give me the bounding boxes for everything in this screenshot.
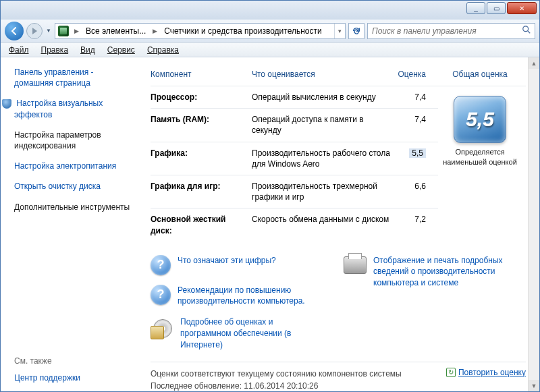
titlebar: _ ▭ ✕ — [1, 1, 539, 20]
body: Панель управления - домашняя страница На… — [1, 57, 539, 391]
footer-line-2: Последнее обновление: 11.06.2014 20:10:2… — [151, 380, 402, 391]
arrow-left-icon — [9, 26, 19, 36]
row-label: Память (RAM): — [151, 109, 252, 142]
row-score: 7,2 — [398, 208, 438, 242]
nav-back-button[interactable] — [5, 22, 24, 40]
help-item-print: Отображение и печать подробных сведений … — [344, 255, 519, 289]
menu-file[interactable]: Файл — [3, 44, 34, 56]
menu-edit[interactable]: Правка — [36, 44, 74, 56]
scrollbar[interactable]: ▲ ▼ — [528, 57, 539, 391]
col-score: Оценка — [398, 67, 438, 86]
sidebar-link-disk-cleanup[interactable]: Открыть очистку диска — [14, 181, 134, 192]
table-row: Процессор: Операций вычисления в секунду… — [151, 86, 526, 109]
chevron-right-icon: ▶ — [150, 28, 160, 34]
question-icon: ? — [151, 285, 171, 305]
col-overall: Общая оценка — [438, 67, 526, 86]
address-row: ▼ ▶ Все элементы... ▶ Счетчики и средств… — [1, 20, 539, 43]
breadcrumb-dropdown[interactable]: ▾ — [334, 24, 345, 38]
menu-tools[interactable]: Сервис — [102, 44, 140, 56]
row-score: 5,5 — [398, 142, 438, 175]
scroll-down-button[interactable]: ▼ — [529, 380, 539, 391]
overall-score-text: Определяется наименьшей оценкой — [438, 147, 522, 167]
scroll-up-button[interactable]: ▲ — [529, 57, 539, 69]
sidebar-link-indexing[interactable]: Настройка параметров индексирования — [14, 130, 134, 151]
close-button[interactable]: ✕ — [507, 2, 537, 14]
overall-cell: 5,5 Определяется наименьшей оценкой — [438, 86, 526, 242]
footer-line-1: Оценки соответствуют текущему состоянию … — [151, 368, 402, 380]
row-score: 7,4 — [398, 109, 438, 142]
cd-box-icon — [151, 316, 173, 339]
help-link-print[interactable]: Отображение и печать подробных сведений … — [373, 255, 519, 289]
minimize-button[interactable]: _ — [466, 2, 485, 14]
printer-icon — [344, 256, 367, 274]
window: _ ▭ ✕ ▼ ▶ Все элементы... ▶ Счетчики и с… — [0, 0, 540, 392]
breadcrumb-seg-1[interactable]: Все элементы... — [82, 24, 150, 38]
score-table: Компонент Что оценивается Оценка Общая о… — [151, 67, 526, 242]
sidebar-link-power[interactable]: Настройка электропитания — [14, 161, 134, 171]
help-link-meaning[interactable]: Что означают эти цифры? — [178, 255, 276, 267]
footer: Оценки соответствуют текущему состоянию … — [151, 362, 526, 391]
sidebar-home-link[interactable]: Панель управления - домашняя страница — [14, 67, 134, 88]
nav-forward-button[interactable] — [26, 23, 43, 39]
menubar: Файл Правка Вид Сервис Справка — [1, 43, 539, 57]
menu-view[interactable]: Вид — [75, 44, 101, 56]
breadcrumb-seg-2[interactable]: Счетчики и средства производительности — [160, 24, 325, 38]
repeat-assessment[interactable]: ↻ Повторить оценку — [446, 368, 526, 377]
row-what: Скорость обмена данными с диском — [252, 208, 398, 242]
row-score: 7,4 — [398, 86, 438, 109]
help-item-meaning: ? Что означают эти цифры? — [151, 255, 326, 275]
row-score: 6,6 — [398, 175, 438, 208]
row-label: Процессор: — [151, 86, 252, 109]
row-what: Операций доступа к памяти в секунду — [252, 109, 398, 142]
row-what: Операций вычисления в секунду — [252, 86, 398, 109]
col-what: Что оценивается — [252, 67, 398, 86]
row-label: Основной жесткий диск: — [151, 208, 252, 242]
help-item-software: Подробнее об оценках и программном обесп… — [151, 316, 326, 350]
sidebar-seealso-head: См. также — [14, 356, 134, 366]
nav-history-dropdown[interactable]: ▼ — [45, 28, 52, 34]
overall-score-tile: 5,5 — [454, 96, 506, 143]
maximize-button[interactable]: ▭ — [487, 2, 506, 14]
row-label: Графика для игр: — [151, 175, 252, 208]
main-pane: Компонент Что оценивается Оценка Общая о… — [142, 57, 539, 391]
refresh-button[interactable] — [348, 23, 364, 39]
search-icon[interactable] — [518, 25, 535, 36]
svg-line-1 — [528, 31, 531, 34]
breadcrumb[interactable]: ▶ Все элементы... ▶ Счетчики и средства … — [55, 23, 346, 39]
row-what: Производительность рабочего стола для Wi… — [252, 142, 398, 175]
help-link-recommend[interactable]: Рекомендации по повышению производительн… — [178, 285, 326, 308]
arrow-right-icon — [32, 28, 37, 34]
col-component: Компонент — [151, 67, 252, 86]
menu-help[interactable]: Справка — [142, 44, 184, 56]
sidebar-link-support[interactable]: Центр поддержки — [14, 372, 134, 383]
refresh-small-icon: ↻ — [446, 368, 456, 377]
sidebar-link-visual-effects[interactable]: Настройка визуальных эффектов — [14, 98, 134, 119]
chevron-right-icon: ▶ — [72, 28, 82, 34]
sidebar-link-tools[interactable]: Дополнительные инструменты — [14, 202, 134, 213]
sidebar: Панель управления - домашняя страница На… — [1, 57, 142, 391]
row-what: Производительность трехмерной графики и … — [252, 175, 398, 208]
search-box[interactable] — [367, 23, 535, 39]
help-link-software[interactable]: Подробнее об оценках и программном обесп… — [180, 316, 326, 350]
shield-icon — [2, 99, 11, 109]
svg-point-0 — [523, 26, 529, 32]
help-block: ? Что означают эти цифры? ? Рекомендации… — [151, 255, 526, 308]
help-block-2: Подробнее об оценках и программном обесп… — [151, 316, 526, 350]
repeat-assessment-link[interactable]: Повторить оценку — [458, 368, 526, 377]
control-panel-icon — [58, 26, 69, 36]
question-icon: ? — [151, 255, 171, 275]
help-item-recommend: ? Рекомендации по повышению производител… — [151, 285, 326, 308]
search-input[interactable] — [368, 26, 518, 36]
row-label: Графика: — [151, 142, 252, 175]
refresh-icon — [352, 26, 361, 36]
